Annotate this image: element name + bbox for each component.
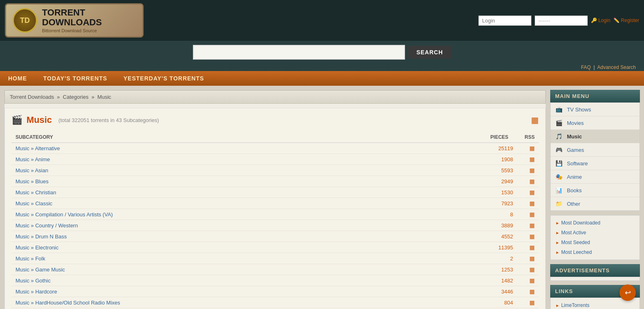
host-link-most-downloaded-anchor[interactable]: Most Downloaded	[561, 220, 600, 226]
rss-icon[interactable]: ▦	[529, 211, 535, 218]
subcategory-link[interactable]: Music » Asian	[15, 167, 48, 173]
search-input[interactable]	[193, 45, 405, 60]
breadcrumb-categories[interactable]: Categories	[63, 94, 89, 100]
category-title: Music	[27, 115, 52, 125]
rss-icon[interactable]: ▦	[529, 299, 535, 306]
sidebar-item-music[interactable]: 🎵 Music	[551, 130, 640, 143]
subcategory-link[interactable]: Music » Drum N Bass	[15, 233, 67, 240]
subcategory-link[interactable]: Music » Compilation / Various Artists (V…	[15, 211, 113, 218]
table-header: SUBCATEGORY PIECES RSS	[11, 132, 539, 143]
subcategory-link[interactable]: Music » Blues	[15, 178, 49, 185]
pieces-count: 4552	[489, 233, 513, 240]
subcategory-link[interactable]: Music » HardHouse/Old School Radio Mixes	[15, 300, 120, 306]
subcategory-link[interactable]: Music » Hardcore	[15, 289, 57, 295]
table-row: Music » Classic 7923 ▦	[11, 198, 539, 209]
books-label: Books	[567, 187, 582, 193]
rss-icon[interactable]: ▦	[529, 255, 535, 262]
nav-home[interactable]: HOME	[8, 75, 27, 82]
arrow-icon: ►	[555, 240, 560, 245]
search-bar: SEARCH	[0, 41, 644, 64]
sidebar-item-other[interactable]: 📁 Other	[551, 197, 640, 211]
advanced-search-link[interactable]: Advanced Search	[597, 64, 636, 70]
rss-icon[interactable]: ▦	[529, 266, 535, 273]
sidebar-item-books[interactable]: 📊 Books	[551, 184, 640, 197]
table-row: Music » Asian 5593 ▦	[11, 165, 539, 176]
category-content: 🎬 Music (total 322051 torrents in 43 Sub…	[4, 108, 546, 309]
nav-yesterday[interactable]: YESTERDAY'S TORRENTS	[124, 75, 204, 82]
nav-bar: HOME TODAY'S TORRENTS YESTERDAY'S TORREN…	[0, 71, 644, 86]
table-row-right: 1908 ▦	[489, 156, 535, 162]
table-header-right: PIECES RSS	[490, 134, 535, 140]
other-icon: 📁	[555, 200, 563, 207]
table-rows: Music » Alternative 25119 ▦ Music » Anim…	[11, 143, 539, 309]
sidebar-item-software[interactable]: 💾 Software	[551, 157, 640, 170]
ext-link-0-anchor[interactable]: LimeTorrents	[561, 302, 589, 308]
sidebar-item-movies[interactable]: 🎬 Movies	[551, 116, 640, 130]
rss-icon[interactable]: ▦	[529, 233, 535, 240]
rss-icon[interactable]: ▦	[529, 167, 535, 173]
register-link[interactable]: ✏️ Register	[613, 18, 639, 23]
software-label: Software	[567, 160, 588, 167]
rss-icon[interactable]: ▦	[529, 156, 535, 162]
scroll-top-button[interactable]: ↩	[620, 285, 636, 301]
rss-icon[interactable]: ▦	[529, 145, 535, 151]
breadcrumb-torrent-downloads[interactable]: Torrent Downloads	[10, 94, 54, 100]
breadcrumb-music: Music	[97, 94, 111, 100]
host-link-most-downloaded: ► Most Downloaded	[551, 218, 640, 228]
pieces-count: 1530	[489, 189, 513, 196]
subcategory-link[interactable]: Music » Classic	[15, 200, 52, 207]
arrow-icon: ►	[555, 250, 560, 255]
rss-icon[interactable]: ▦	[529, 222, 535, 229]
category-header: 🎬 Music (total 322051 torrents in 43 Sub…	[11, 115, 539, 125]
logo-box: TD TORRENTDOWNLOADS Bittorrent Download …	[5, 3, 144, 38]
games-label: Games	[567, 147, 584, 153]
pieces-count: 1908	[489, 156, 513, 162]
rss-icon[interactable]: ▦	[529, 277, 535, 284]
subcategory-link[interactable]: Music » Anime	[15, 156, 50, 162]
pieces-count: 7923	[489, 200, 513, 207]
rss-icon[interactable]: ▦	[529, 178, 535, 185]
music-label: Music	[567, 133, 582, 140]
rss-icon[interactable]: ▦	[529, 200, 535, 207]
subcategory-link[interactable]: Music » Country / Western	[15, 222, 78, 229]
search-button[interactable]: SEARCH	[408, 46, 451, 59]
header-top: TD TORRENTDOWNLOADS Bittorrent Download …	[0, 0, 644, 41]
sidebar-ads-title: ADVERTISEMENTS	[550, 264, 640, 277]
rss-icon[interactable]: ▦	[529, 189, 535, 196]
host-link-most-active-anchor[interactable]: Most Active	[561, 230, 586, 236]
table-row: Music » HardHouse/Old School Radio Mixes…	[11, 297, 539, 308]
table-row: Music » Christian 1530 ▦	[11, 187, 539, 198]
logo-icon: TD	[13, 8, 37, 33]
table-row: Music » Compilation / Various Artists (V…	[11, 209, 539, 220]
rss-icon[interactable]: ▦	[529, 244, 535, 251]
pieces-count: 8	[489, 211, 513, 218]
sidebar-item-anime[interactable]: 🎭 Anime	[551, 170, 640, 184]
rss-icon[interactable]: ▦	[529, 288, 535, 295]
subcategory-link[interactable]: Music » Alternative	[15, 145, 60, 151]
faq-link[interactable]: FAQ	[581, 64, 591, 70]
host-link-most-seeded: ► Most Seeded	[551, 238, 640, 247]
subcategory-link[interactable]: Music » Game Music	[15, 267, 65, 273]
ext-link-0: ► LimeTorrents	[551, 300, 640, 309]
pieces-count: 25119	[489, 145, 513, 151]
subcategory-link[interactable]: Music » Folk	[15, 256, 45, 262]
sidebar-item-tv-shows[interactable]: 📺 TV Shows	[551, 103, 640, 116]
subcategory-link[interactable]: Music » Electronic	[15, 245, 58, 251]
nav-today[interactable]: TODAY'S TORRENTS	[43, 75, 107, 82]
subcategory-link[interactable]: Music » Gothic	[15, 278, 51, 284]
subcategory-link[interactable]: Music » Christian	[15, 189, 56, 196]
host-link-most-seeded-anchor[interactable]: Most Seeded	[561, 240, 590, 245]
table-row: Music » Anime 1908 ▦	[11, 154, 539, 165]
password-input[interactable]	[535, 16, 588, 26]
sidebar-item-games[interactable]: 🎮 Games	[551, 143, 640, 157]
arrow-icon: ►	[555, 303, 560, 308]
login-input[interactable]	[478, 16, 531, 26]
host-link-most-leeched-anchor[interactable]: Most Leeched	[561, 249, 592, 255]
table-row-right: 7923 ▦	[489, 200, 535, 207]
login-link[interactable]: 🔑 Login	[591, 18, 610, 23]
table-row-right: 804 ▦	[489, 299, 535, 306]
logo-text-area: TORRENTDOWNLOADS Bittorrent Download Sou…	[42, 8, 102, 33]
table-row-right: 2949 ▦	[489, 178, 535, 185]
rss-icon-main[interactable]: ▦	[531, 115, 539, 125]
table-row: Music » Folk 2 ▦	[11, 253, 539, 264]
